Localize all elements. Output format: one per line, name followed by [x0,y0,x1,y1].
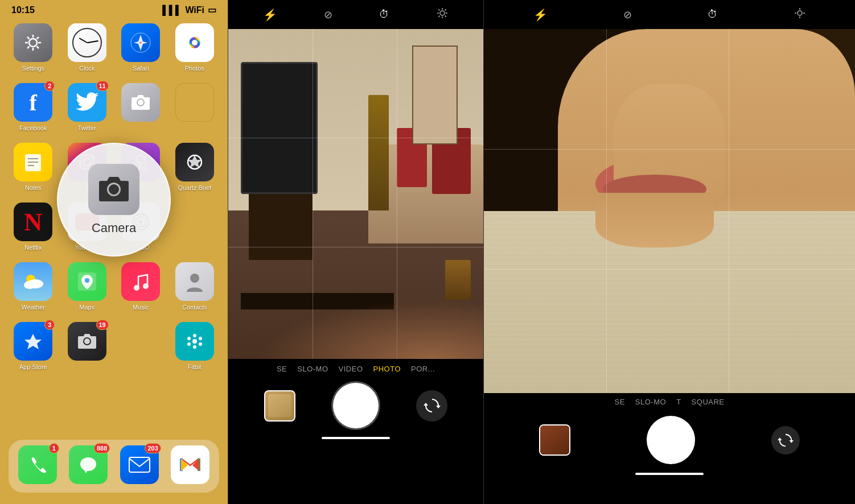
mode-photo[interactable]: PHOTO [373,365,401,373]
app-quartz[interactable]: Quartz Brief [173,143,217,191]
svg-point-48 [80,457,96,471]
app-settings[interactable]: Settings [11,23,55,72]
settings-icon-back[interactable] [436,7,449,22]
live-icon-front[interactable]: ⊘ [623,9,632,21]
svg-point-43 [193,345,196,349]
svg-line-8 [37,37,39,39]
app-contacts[interactable]: Contacts [173,262,217,311]
svg-point-37 [85,278,89,283]
dock-messages[interactable]: 888 [65,445,112,487]
app-music[interactable]: Music [119,262,163,311]
app-camera2[interactable]: 19 [65,322,109,370]
appstore-badge: 3 [44,320,55,330]
app-grid-row2: f 2 Facebook 11 Twitter [0,77,228,137]
mode-slomo[interactable]: SLO-MO [297,365,328,373]
camera-front-panel: ⚡ ⊘ ⏱ ⚡ SE SLO- [484,0,855,504]
battery-icon: ▭ [208,5,216,15]
gmail-icon [171,445,209,484]
shutter-button-back[interactable] [333,383,379,428]
flip-camera-button-back[interactable] [416,390,447,422]
shutter-button-front[interactable] [647,416,695,464]
photos-label: Photos [185,65,204,72]
home-screen: 10:15 ▌▌▌ WiFi ▭ Settings [0,0,228,504]
dock-phone[interactable]: 1 [14,445,61,487]
app-blank3 [119,322,163,370]
wifi-icon: WiFi [185,5,204,15]
camera-top-bar: ⚡ ⊘ ⏱ [228,0,483,29]
svg-line-59 [438,9,439,10]
dock-gmail[interactable] [167,445,214,487]
svg-line-61 [438,16,439,17]
status-time: 10:15 [11,5,35,15]
svg-line-5 [27,37,30,39]
blank2-icon [175,203,214,241]
app-camera-small[interactable] [119,83,163,131]
camera-zoom-icon-inner [88,164,139,215]
phone-badge: 1 [49,443,59,453]
clock-label: Clock [79,65,95,72]
app-clock[interactable]: Clock [65,23,109,72]
front-mode-t[interactable]: T [676,398,681,406]
app-appstore[interactable]: 3 App Store [11,322,55,370]
camera-thumbnail-front[interactable] [539,424,570,456]
appstore-label: App Store [19,363,47,370]
app-facebook[interactable]: f 2 Facebook [11,83,55,131]
camera-top-bar-front: ⚡ ⊘ ⏱ [484,0,855,29]
app-weather[interactable]: Weather [11,262,55,311]
svg-point-19 [192,40,198,46]
front-mode-slomo[interactable]: SLO-MO [635,398,666,406]
app-twitter[interactable]: 11 Twitter [65,83,109,131]
timer-icon-front[interactable]: ⏱ [708,9,718,20]
flash-icon-front[interactable]: ⚡ [533,8,548,22]
mode-video[interactable]: VIDEO [339,365,363,373]
svg-rect-50 [129,457,150,472]
dock-mail[interactable]: 203 [116,445,163,487]
app-notes[interactable]: Notes [11,143,55,191]
svg-point-45 [199,337,202,340]
front-mode-se[interactable]: SE [615,398,625,406]
camera-thumbnail-back[interactable] [264,390,295,422]
status-bar: 10:15 ▌▌▌ WiFi ▭ [0,0,228,18]
svg-point-54 [440,11,445,15]
svg-point-39 [143,283,149,289]
blank3-icon [121,322,160,361]
svg-point-42 [192,339,197,344]
facebook-badge: 2 [44,81,55,91]
settings-icon [14,23,52,62]
app-fitbit[interactable]: Fitbit [173,322,217,370]
contacts-label: Contacts [182,304,207,311]
camera-zoom-overlay: Camera [57,143,171,257]
quartz-icon [175,143,214,181]
photos-icon [175,23,214,62]
blank1-icon [175,83,214,122]
app-grid-row1: Settings Clock [0,18,228,77]
svg-point-12 [139,42,142,44]
mode-se[interactable]: SE [277,365,287,373]
app-safari[interactable]: Safari [119,23,163,72]
front-mode-square[interactable]: SQUARE [692,398,725,406]
app-blank1 [173,83,217,131]
app-netflix[interactable]: N Netflix [11,203,55,251]
live-icon-back[interactable]: ⊘ [324,9,332,21]
svg-line-6 [37,47,39,49]
settings-icon-front[interactable] [794,7,806,22]
status-icons: ▌▌▌ WiFi ▭ [162,5,216,15]
svg-point-46 [187,342,191,346]
app-photos[interactable]: Photos [173,23,217,72]
svg-point-63 [798,11,802,15]
mail-badge: 203 [145,443,161,453]
home-indicator-back [322,437,390,439]
camera-back-panel: ⚡ ⊘ ⏱ [228,0,484,504]
camera-modes-front: SE SLO-MO T SQUARE [484,398,855,406]
app-maps[interactable]: Maps [65,262,109,311]
camera-bottom-bar-back: SE SLO-MO VIDEO PHOTO POR... [228,359,483,445]
camera-modes-back: SE SLO-MO VIDEO PHOTO POR... [228,365,483,373]
notes-label: Notes [25,184,42,191]
svg-point-0 [29,39,37,47]
timer-icon-back[interactable]: ⏱ [379,9,389,20]
netflix-label: Netflix [24,244,42,251]
flash-icon-back[interactable]: ⚡ [263,8,277,22]
flip-camera-button-front[interactable] [771,426,800,455]
mode-portrait[interactable]: POR... [411,365,435,373]
signal-icon: ▌▌▌ [162,5,182,15]
